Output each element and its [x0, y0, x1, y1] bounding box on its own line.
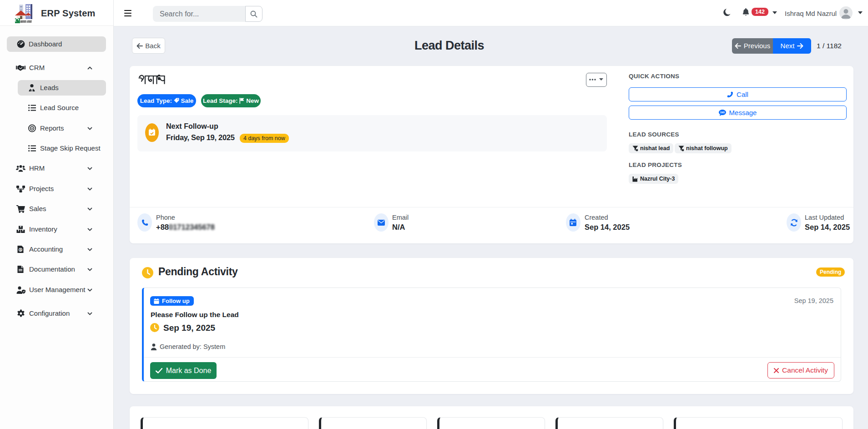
svg-text:$: $: [20, 248, 21, 252]
svg-text:SMS: SMS: [720, 111, 725, 114]
